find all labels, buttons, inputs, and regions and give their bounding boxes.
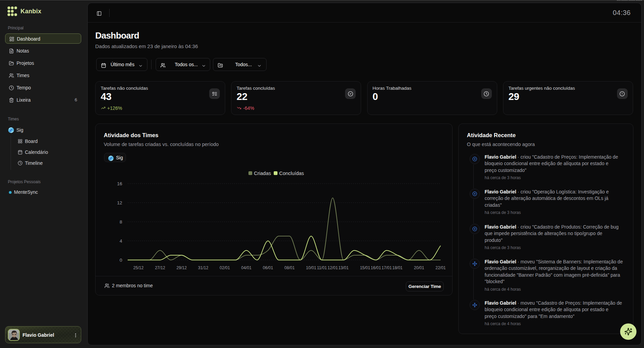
svg-text:16/01: 16/01 xyxy=(371,265,381,270)
svg-text:13/01: 13/01 xyxy=(338,265,348,270)
svg-text:20/01: 20/01 xyxy=(414,265,424,270)
svg-text:06/01: 06/01 xyxy=(263,265,273,270)
svg-text:0: 0 xyxy=(119,258,122,263)
svg-text:25/12: 25/12 xyxy=(133,265,144,270)
svg-text:29/12: 29/12 xyxy=(176,265,187,270)
svg-text:04/01: 04/01 xyxy=(241,265,252,270)
svg-text:Criadas: Criadas xyxy=(254,171,271,176)
svg-text:12: 12 xyxy=(117,200,122,205)
svg-text:08/01: 08/01 xyxy=(284,265,295,270)
svg-text:4: 4 xyxy=(119,238,122,244)
svg-text:31/12: 31/12 xyxy=(198,265,208,270)
svg-text:Concluídas: Concluídas xyxy=(279,171,304,176)
svg-text:11/01: 11/01 xyxy=(317,265,327,270)
svg-text:8: 8 xyxy=(119,219,122,224)
svg-text:15/01: 15/01 xyxy=(360,265,370,270)
svg-text:17/01: 17/01 xyxy=(382,265,392,270)
svg-text:18/01: 18/01 xyxy=(392,265,402,270)
svg-text:27/12: 27/12 xyxy=(155,265,165,270)
svg-text:02/01: 02/01 xyxy=(220,265,230,270)
svg-text:12/01: 12/01 xyxy=(328,265,338,270)
svg-text:22/01: 22/01 xyxy=(435,265,446,270)
svg-text:10/01: 10/01 xyxy=(306,265,316,270)
svg-text:16: 16 xyxy=(117,181,122,186)
